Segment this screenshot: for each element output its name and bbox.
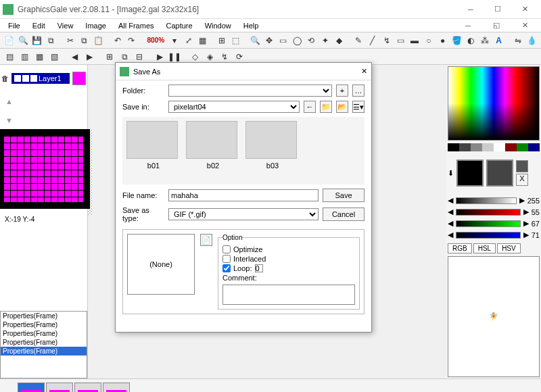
oval-icon[interactable]: ○ <box>422 34 435 47</box>
menu-file[interactable]: File <box>3 20 26 31</box>
d-icon[interactable]: ↯ <box>218 50 231 64</box>
zoom-level[interactable]: 800% <box>144 36 167 44</box>
tri-icon[interactable]: ▶ <box>523 230 529 239</box>
move-icon[interactable]: ✥ <box>263 34 276 47</box>
trans-icon[interactable]: ◈ <box>203 50 216 64</box>
mdi-max-icon[interactable]: ◱ <box>483 17 510 34</box>
comment-textarea[interactable] <box>222 285 355 305</box>
dropper-icon[interactable]: 💧 <box>525 34 538 47</box>
close-button[interactable]: ✕ <box>511 1 538 18</box>
menu-edit[interactable]: Edit <box>27 20 51 31</box>
snap-icon[interactable]: ⊞ <box>216 34 229 47</box>
prev-frame-icon[interactable]: ◀ <box>68 50 81 64</box>
cut-icon[interactable]: ✂ <box>64 34 77 47</box>
tb2-a[interactable]: ▤ <box>3 50 16 64</box>
text-icon[interactable]: A <box>492 34 505 47</box>
save-button[interactable]: Save <box>323 189 364 202</box>
doc-icon[interactable]: 📄 <box>200 234 212 246</box>
tri-icon[interactable]: ◀ <box>448 219 453 228</box>
menu-help[interactable]: Help <box>238 20 264 31</box>
sw-x[interactable]: X <box>516 174 528 186</box>
cancel-button[interactable]: Cancel <box>323 207 364 221</box>
view-menu-icon[interactable]: ☰▾ <box>352 101 364 113</box>
up-arrow-icon[interactable]: ▲ <box>5 97 14 105</box>
rect-icon[interactable]: ▭ <box>394 34 407 47</box>
replace-icon[interactable]: ◐ <box>465 34 477 47</box>
menu-image[interactable]: Image <box>80 20 112 31</box>
back-icon[interactable]: ← <box>304 101 316 113</box>
frame-4[interactable]: 4 <box>103 383 130 393</box>
dupframe-icon[interactable]: ⧉ <box>118 50 131 64</box>
undo-icon[interactable]: ↶ <box>111 34 124 47</box>
slider-r[interactable] <box>456 209 521 216</box>
redo-icon[interactable]: ↷ <box>125 34 138 47</box>
type-select[interactable]: GIF (*.gif) <box>168 208 319 220</box>
tb2-c[interactable]: ▦ <box>32 50 46 64</box>
sw1[interactable] <box>516 160 528 172</box>
frame-1[interactable]: 1 <box>18 383 45 393</box>
tab-hsl[interactable]: HSL <box>473 243 496 253</box>
next-frame-icon[interactable]: ▶ <box>83 50 96 64</box>
slider-1[interactable] <box>456 197 517 204</box>
paste-icon[interactable]: 📋 <box>92 34 105 47</box>
zoomfit-icon[interactable]: ⤢ <box>183 34 195 47</box>
pencil-icon[interactable]: ✎ <box>352 34 365 47</box>
slider-g[interactable] <box>456 220 521 227</box>
frect-icon[interactable]: ▬ <box>408 34 421 47</box>
line-icon[interactable]: ╱ <box>366 34 379 47</box>
e-icon[interactable]: ⟳ <box>233 50 246 64</box>
tri-icon[interactable]: ◀ <box>448 230 453 239</box>
optimize-checkbox[interactable] <box>222 245 231 253</box>
folder-add-button[interactable]: + <box>336 84 348 97</box>
maximize-button[interactable]: ☐ <box>484 1 511 18</box>
tri-icon[interactable]: ▶ <box>519 196 525 205</box>
mdi-min-icon[interactable]: ─ <box>454 17 481 34</box>
menu-view[interactable]: View <box>52 20 79 31</box>
mdi-close-icon[interactable]: ✕ <box>511 17 538 34</box>
swap-down-icon[interactable]: ⬇ <box>448 169 454 178</box>
lasso-icon[interactable]: ⟲ <box>305 34 318 47</box>
menu-capture[interactable]: Capture <box>161 20 198 31</box>
swatch-row[interactable] <box>448 143 540 151</box>
prop-item[interactable]: Properties(Frame) <box>1 338 87 347</box>
onion-icon[interactable]: ◇ <box>188 50 202 64</box>
oval-sel-icon[interactable]: ◯ <box>291 34 304 47</box>
delframe-icon[interactable]: ⊟ <box>133 50 146 64</box>
savein-select[interactable]: pixelart04 <box>168 101 300 113</box>
browse-icon[interactable]: ⧉ <box>45 34 57 47</box>
menu-window[interactable]: Window <box>199 20 237 31</box>
loop-checkbox[interactable] <box>222 264 231 272</box>
color-sel-icon[interactable]: ◆ <box>333 34 346 47</box>
minimize-button[interactable]: ─ <box>457 1 484 18</box>
tab-rgb[interactable]: RGB <box>448 243 472 253</box>
menu-allframes[interactable]: All Frames <box>113 20 160 31</box>
file-thumb[interactable]: b03 <box>245 121 300 180</box>
prop-item[interactable]: Properties(Frame) <box>1 347 87 356</box>
folder-more-button[interactable]: … <box>352 84 364 97</box>
play-icon[interactable]: ▶ <box>153 50 166 64</box>
color-palette[interactable] <box>448 66 540 141</box>
folder-select[interactable] <box>168 84 332 97</box>
new-folder-icon[interactable]: 📂 <box>336 101 348 113</box>
save-icon[interactable]: 💾 <box>30 34 43 47</box>
addframe-icon[interactable]: ⊞ <box>103 50 116 64</box>
down-arrow-icon[interactable]: ▼ <box>5 116 14 124</box>
properties-list[interactable]: Properties(Frame) Properties(Frame) Prop… <box>0 311 87 378</box>
layer-item[interactable]: Layer1 <box>11 73 70 84</box>
tri-icon[interactable]: ▶ <box>523 207 529 216</box>
foval-icon[interactable]: ● <box>436 34 449 47</box>
flip-icon[interactable]: ⇋ <box>511 34 524 47</box>
file-thumb[interactable]: b02 <box>186 121 240 180</box>
pause-icon[interactable]: ❚❚ <box>168 50 181 64</box>
prop-item[interactable]: Properties(Frame) <box>1 320 87 329</box>
loop-spinner[interactable] <box>255 264 263 272</box>
copy-icon[interactable]: ⧉ <box>78 34 91 47</box>
filename-input[interactable] <box>168 189 319 201</box>
fg-color[interactable] <box>456 160 484 187</box>
wand-icon[interactable]: ✦ <box>319 34 332 47</box>
tri-icon[interactable]: ▶ <box>523 219 529 228</box>
conn-icon[interactable]: ↯ <box>380 34 393 47</box>
canvas[interactable] <box>3 135 84 203</box>
dialog-close-icon[interactable]: ✕ <box>361 67 367 76</box>
prop-item[interactable]: Properties(Frame) <box>1 312 87 320</box>
